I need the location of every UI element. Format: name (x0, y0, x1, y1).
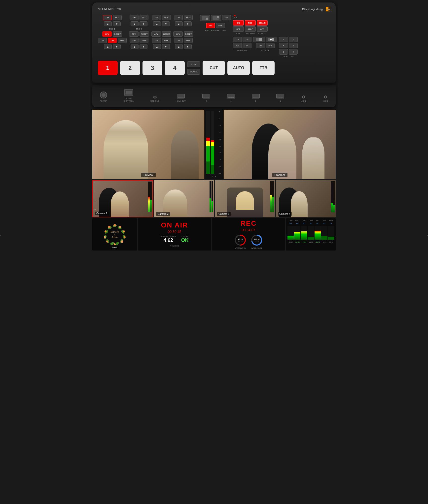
vo-mv-btn[interactable]: 3 (279, 49, 288, 55)
mic1-up-btn[interactable]: ▲ (104, 21, 112, 26)
ch4-down2-btn[interactable]: ▼ (184, 44, 192, 49)
pip-off-btn[interactable]: OFF (216, 23, 225, 28)
stream-onair-btn[interactable]: ON AIR (257, 20, 268, 26)
rec-title: REC (240, 220, 256, 227)
source2-btn[interactable]: 2 (120, 61, 140, 75)
ch4-reset-btn[interactable]: RESET (184, 31, 193, 37)
mic1-down2-btn[interactable]: ▼ (113, 44, 121, 49)
ch3-on2-btn[interactable]: ON (152, 38, 161, 43)
mp1-label: MP1 (111, 246, 119, 249)
hdmi-out-port-group: HDMI OUT (176, 94, 186, 102)
ch3-up2-btn[interactable]: ▲ (153, 44, 161, 49)
duration-group: 0.5 1.0 1.5 2.0 DURATION (233, 37, 251, 58)
ch3-down2-btn[interactable]: ▼ (162, 44, 170, 49)
hdmi1-port (276, 94, 284, 98)
camera2-cell[interactable]: Camera 2 (154, 180, 214, 217)
mic2-reset-btn[interactable]: RESET (140, 31, 149, 37)
wipe1-btn[interactable] (253, 37, 265, 42)
mic1-off2-btn[interactable]: OFF (118, 38, 127, 43)
cache-stat: CACHE OK (181, 236, 189, 243)
ch3-on-btn[interactable]: ON (152, 15, 161, 20)
vo-3-btn[interactable]: 3 (279, 43, 288, 48)
cut-btn[interactable]: CUT (203, 61, 225, 75)
disk2-size: 1.2 TB (254, 240, 259, 242)
ch3-afv-btn[interactable]: AFV (151, 31, 161, 37)
mic1-down-btn[interactable]: ▼ (113, 21, 121, 26)
black-btn[interactable]: BLACK (187, 69, 200, 75)
still-black-group: STILL BLACK (187, 61, 200, 75)
disk1-name: WEDDING 01 (235, 247, 246, 249)
ch3-off2-btn[interactable]: OFF (162, 38, 171, 43)
mic2-on2-btn[interactable]: ON (130, 38, 139, 43)
ch3-off-btn[interactable]: OFF (162, 15, 171, 20)
camera3-cell[interactable]: Camera 3 (215, 180, 275, 217)
ch3-down-btn[interactable]: ▼ (162, 21, 170, 26)
data-rate-label: DATA RATE Mb/s (160, 236, 176, 237)
hdmi3-port (227, 94, 235, 98)
rec-btn[interactable]: REC (245, 20, 256, 26)
hdmi3-label: 3 (230, 100, 231, 102)
mic1-afv-btn[interactable]: AFV (102, 31, 112, 37)
mic2-down-btn[interactable]: ▼ (140, 21, 147, 26)
mic2-afv-btn[interactable]: AFV (129, 31, 139, 37)
mic2-up-btn[interactable]: ▲ (131, 21, 139, 26)
ftb-btn[interactable]: FTB (252, 61, 275, 75)
hdmi1-port-group: 1 (276, 94, 284, 102)
pip-onair-btn[interactable]: ON (206, 23, 215, 28)
mic1-on3-btn[interactable]: ON (108, 38, 117, 43)
wipe2-btn[interactable]: ▶ (266, 37, 277, 42)
disk-dot (234, 15, 236, 16)
ch4-on-btn[interactable]: ON (174, 15, 183, 20)
pip-rect2-btn[interactable] (211, 15, 221, 21)
vo-pgm-btn[interactable]: 4 (289, 49, 298, 55)
mic1-off-btn[interactable]: OFF (113, 15, 122, 20)
stream-off-btn[interactable]: OFF (257, 26, 268, 32)
mic2-up2-btn[interactable]: ▲ (131, 44, 139, 49)
vo-2-btn[interactable]: 2 (289, 37, 298, 42)
ch4-afv-btn[interactable]: AFV (173, 31, 183, 37)
vo-1-btn[interactable]: 1 (279, 37, 288, 42)
dur-10-btn[interactable]: 1.0 (243, 37, 251, 42)
mic1-on2-btn[interactable]: ON (98, 38, 107, 43)
camera4-cell[interactable]: Camera 4 (276, 180, 336, 217)
mic2-off2-btn[interactable]: OFF (140, 38, 148, 43)
source3-btn[interactable]: 3 (143, 61, 162, 75)
mic1-up2-btn[interactable]: ▲ (104, 44, 112, 49)
ch4-on2-btn[interactable]: ON (174, 38, 183, 43)
dur-05-btn[interactable]: 0.5 (233, 37, 242, 42)
source1-btn[interactable]: 1 (98, 61, 118, 75)
dur-20-btn[interactable]: 2.0 (243, 43, 251, 48)
ch3-up-btn[interactable]: ▲ (153, 21, 161, 26)
source4-btn[interactable]: 4 (165, 61, 185, 75)
usb-out-label: USB OUT (150, 100, 159, 102)
pip-on-btn[interactable]: ON (222, 15, 231, 20)
mic2-on-btn[interactable]: ON (130, 15, 139, 20)
disk1-time: 29:13 (238, 238, 243, 240)
ch3-reset-btn[interactable]: RESET (162, 31, 171, 37)
ch4-down-btn[interactable]: ▼ (184, 21, 192, 26)
pip-rect1-btn[interactable] (200, 15, 210, 21)
mic2-down2-btn[interactable]: ▼ (140, 44, 147, 49)
ch4-off2-btn[interactable]: OFF (184, 38, 193, 43)
disk1-size: 1.2 TB (238, 240, 243, 242)
mic2-off-btn[interactable]: OFF (140, 15, 148, 20)
vo-4-btn[interactable]: 4 (289, 43, 298, 48)
auto-btn[interactable]: AUTO (227, 61, 250, 75)
still-btn[interactable]: STILL (187, 61, 200, 67)
mix-btn[interactable]: MIX (256, 43, 265, 48)
ch4-off-btn[interactable]: OFF (184, 15, 193, 20)
dip-btn[interactable]: DIP (266, 43, 275, 48)
ch4-up-btn[interactable]: ▲ (175, 21, 183, 26)
ch4-up2-btn[interactable]: ▲ (175, 44, 183, 49)
hdmi2-port (252, 94, 260, 98)
key-on-btn[interactable]: ON (233, 20, 244, 26)
rec-stop-btn[interactable]: STOP (245, 26, 256, 32)
key-off-btn[interactable]: OFF (233, 26, 244, 32)
cache-value: OK (181, 237, 189, 243)
audio-db-values: -23.04 +19.08 +18.64 -21.56 +23.78 -22.0… (287, 241, 334, 243)
mic1-on-btn[interactable]: ON (103, 15, 112, 20)
mic1-reset-btn[interactable]: RESET (113, 31, 122, 37)
camera1-cell[interactable]: -5-10-20-30 Camera 1 (92, 180, 153, 217)
program-monitor: Program (224, 110, 336, 179)
dur-15-btn[interactable]: 1.5 (233, 43, 242, 48)
